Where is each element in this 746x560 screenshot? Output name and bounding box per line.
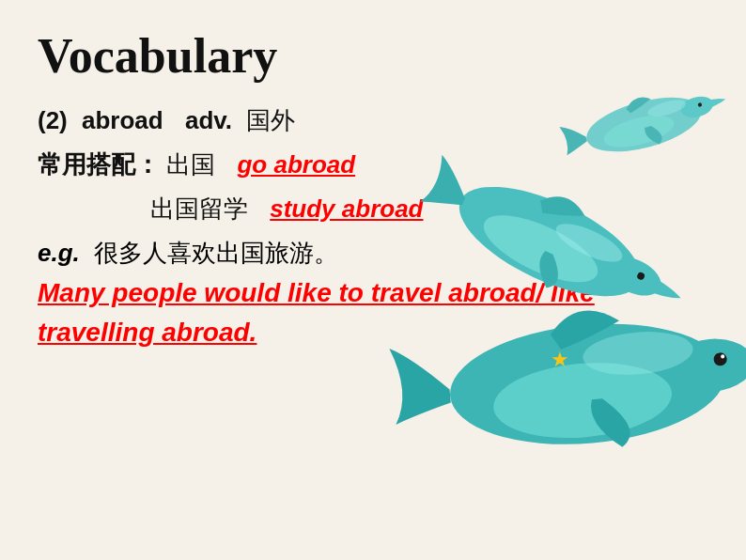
svg-point-11 [490, 356, 676, 445]
example-en-line2: travelling abroad. [38, 318, 256, 347]
entry-word: abroad [82, 106, 163, 134]
slide: Vocabulary (2) abroad adv. 国外 常用搭配： 出国 g… [0, 0, 746, 560]
example-line: e.g. 很多人喜欢出国旅游。 [38, 237, 708, 270]
entry-number: (2) [38, 106, 68, 134]
collocation-line-1: 常用搭配： 出国 go abroad [38, 147, 708, 183]
svg-point-13 [713, 352, 727, 366]
page-title: Vocabulary [38, 28, 708, 84]
content-area: (2) abroad adv. 国外 常用搭配： 出国 go abroad 出国… [38, 102, 708, 352]
collocation-zh-2: 出国留学 [150, 195, 248, 223]
eg-label: e.g. [38, 239, 80, 267]
example-en-line1: Many people would like to travel abroad/… [38, 278, 595, 307]
study-abroad-link: study abroad [270, 194, 423, 223]
collocation-zh-1: 出国 [166, 151, 215, 179]
entry-pos: adv. [185, 106, 232, 134]
example-en: Many people would like to travel abroad/… [38, 273, 708, 352]
entry-line: (2) abroad adv. 国外 [38, 102, 708, 139]
go-abroad-link: go abroad [237, 150, 355, 179]
collocation-label: 常用搭配： [38, 151, 160, 179]
entry-meaning: 国外 [246, 107, 295, 134]
collocation-line-2: 出国留学 study abroad [150, 191, 708, 227]
example-zh: 很多人喜欢出国旅游。 [94, 240, 338, 267]
svg-point-14 [721, 354, 725, 359]
